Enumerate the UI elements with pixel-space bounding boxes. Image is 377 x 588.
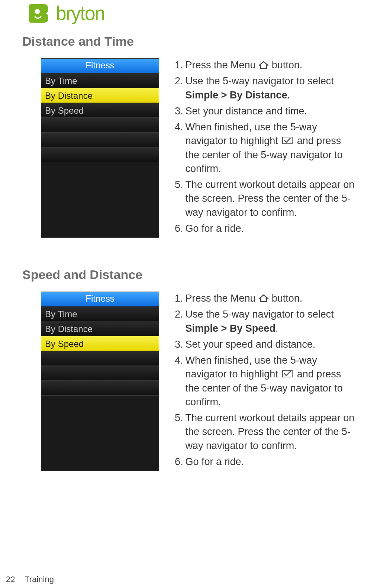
- page-number: 22: [6, 575, 15, 584]
- device-header: Fitness: [41, 59, 159, 73]
- step-number: 3.: [175, 338, 186, 351]
- step-6: 6. Go for a ride.: [175, 455, 355, 469]
- brand-wordmark: bryton: [56, 1, 104, 25]
- device-screenshot-fitness-speed: Fitness By Time By Distance By Speed: [41, 292, 159, 471]
- device-row-by-time: By Time: [41, 73, 159, 88]
- step-3: 3. Set your speed and distance.: [175, 338, 355, 351]
- text-fragment: Use the 5-way navigator to select: [186, 309, 334, 320]
- device-screenshot-fitness-distance: Fitness By Time By Distance By Speed: [41, 58, 159, 238]
- device-row-by-speed: By Speed: [41, 103, 159, 118]
- text-fragment: button.: [272, 59, 303, 71]
- step-text: Go for a ride.: [186, 222, 355, 235]
- step-4: 4. When finished, use the 5-way navigato…: [175, 120, 355, 176]
- device-row-empty: [41, 118, 159, 133]
- brand-header: bryton: [22, 0, 355, 25]
- device-row-empty: [41, 366, 159, 381]
- page-footer: 22 Training: [6, 575, 54, 584]
- device-row-empty: [41, 381, 159, 396]
- step-4: 4. When finished, use the 5-way navigato…: [175, 354, 355, 409]
- text-fragment: Use the 5-way navigator to select: [186, 75, 334, 87]
- instruction-steps: 1. Press the Menu button. 2. Use the 5-w…: [175, 58, 355, 238]
- device-row-by-distance-selected: By Distance: [41, 88, 159, 103]
- footer-section-label: Training: [25, 575, 54, 584]
- device-row-by-time: By Time: [41, 306, 159, 321]
- text-bold-path: Simple > By Speed: [186, 323, 276, 334]
- step-1: 1. Press the Menu button.: [175, 58, 355, 72]
- step-5: 5. The current workout details appear on…: [175, 411, 355, 453]
- step-text: Set your speed and distance.: [186, 338, 355, 351]
- step-number: 1.: [175, 292, 186, 305]
- device-header: Fitness: [41, 292, 159, 306]
- step-1: 1. Press the Menu button.: [175, 292, 355, 305]
- step-2: 2. Use the 5-way navigator to select Sim…: [175, 308, 355, 335]
- step-text: Use the 5-way navigator to select Simple…: [186, 74, 355, 102]
- device-row-empty: [41, 351, 159, 366]
- instruction-steps: 1. Press the Menu button. 2. Use the 5-w…: [175, 292, 355, 471]
- step-2: 2. Use the 5-way navigator to select Sim…: [175, 74, 355, 102]
- device-row-empty: [41, 147, 159, 162]
- text-bold-path: Simple > By Distance: [186, 90, 287, 101]
- step-number: 3.: [175, 104, 186, 118]
- step-number: 4.: [175, 120, 186, 176]
- device-row-by-distance: By Distance: [41, 321, 159, 336]
- step-text: Set your distance and time.: [186, 104, 355, 118]
- step-number: 6.: [175, 222, 186, 235]
- section-body-speed-distance: Fitness By Time By Distance By Speed 1. …: [41, 292, 355, 471]
- confirm-check-icon: [282, 137, 293, 144]
- step-text: When finished, use the 5-way navigator t…: [186, 120, 355, 176]
- text-fragment: .: [287, 90, 290, 101]
- step-number: 6.: [175, 455, 186, 469]
- step-number: 1.: [175, 58, 186, 72]
- device-row-by-speed-selected: By Speed: [41, 336, 159, 351]
- step-number: 5.: [175, 178, 186, 220]
- step-text: Use the 5-way navigator to select Simple…: [186, 308, 355, 335]
- step-text: The current workout details appear on th…: [186, 411, 355, 453]
- step-text: Press the Menu button.: [186, 58, 355, 72]
- step-text: When finished, use the 5-way navigator t…: [186, 354, 355, 409]
- step-number: 4.: [175, 354, 186, 409]
- step-text: Press the Menu button.: [186, 292, 355, 305]
- text-fragment: .: [276, 323, 278, 334]
- section-title-distance-time: Distance and Time: [22, 34, 355, 49]
- menu-house-icon: [258, 294, 269, 302]
- text-fragment: button.: [272, 293, 303, 304]
- section-title-speed-distance: Speed and Distance: [22, 267, 355, 282]
- step-text: The current workout details appear on th…: [186, 178, 355, 220]
- brand-logo-icon: [29, 3, 49, 23]
- step-number: 5.: [175, 411, 186, 453]
- step-number: 2.: [175, 308, 186, 335]
- step-text: Go for a ride.: [186, 455, 355, 469]
- text-fragment: Press the Menu: [186, 293, 259, 304]
- step-5: 5. The current workout details appear on…: [175, 178, 355, 220]
- text-fragment: Press the Menu: [186, 59, 259, 71]
- step-number: 2.: [175, 74, 186, 102]
- menu-house-icon: [258, 61, 269, 69]
- section-body-distance-time: Fitness By Time By Distance By Speed 1. …: [41, 58, 355, 238]
- confirm-check-icon: [282, 370, 293, 377]
- step-3: 3. Set your distance and time.: [175, 104, 355, 118]
- device-row-empty: [41, 133, 159, 147]
- step-6: 6. Go for a ride.: [175, 222, 355, 235]
- svg-point-0: [35, 9, 40, 14]
